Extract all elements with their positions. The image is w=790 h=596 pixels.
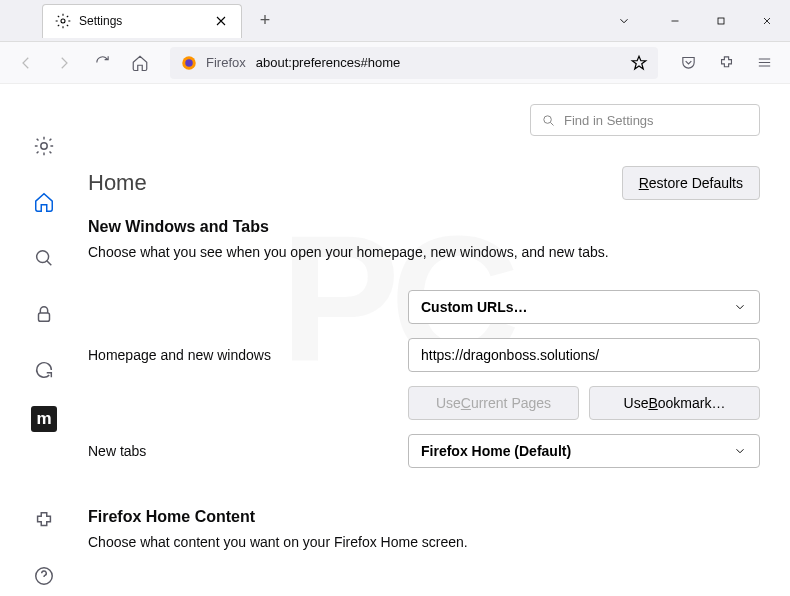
toolbar: Firefox about:preferences#home	[0, 42, 790, 84]
reload-button[interactable]	[86, 47, 118, 79]
back-button[interactable]	[10, 47, 42, 79]
extensions-button[interactable]	[710, 47, 742, 79]
pocket-button[interactable]	[672, 47, 704, 79]
use-current-pages-button[interactable]: Use Current Pages	[408, 386, 579, 420]
url-prefix: Firefox	[206, 55, 246, 70]
browser-tab[interactable]: Settings	[42, 4, 242, 38]
svg-point-0	[61, 19, 65, 23]
content: m Find in Settings Home Restore Defaults…	[0, 84, 790, 596]
home-button[interactable]	[124, 47, 156, 79]
tabs-dropdown-icon[interactable]	[606, 14, 642, 28]
svg-rect-1	[718, 18, 724, 24]
chevron-down-icon	[733, 444, 747, 458]
url-bar[interactable]: Firefox about:preferences#home	[170, 47, 658, 79]
sidebar: m	[0, 84, 88, 596]
titlebar: Settings +	[0, 0, 790, 42]
page-title: Home	[88, 170, 147, 196]
forward-button[interactable]	[48, 47, 80, 79]
sidebar-item-general[interactable]	[24, 126, 64, 166]
sidebar-item-help[interactable]	[24, 556, 64, 596]
tab-label: Settings	[79, 14, 213, 28]
section-title-new-windows: New Windows and Tabs	[88, 218, 760, 236]
homepage-mode-select[interactable]: Custom URLs…	[408, 290, 760, 324]
select-label: Firefox Home (Default)	[421, 443, 733, 459]
svg-point-8	[544, 115, 552, 123]
bookmark-star-icon[interactable]	[630, 54, 648, 72]
homepage-label: Homepage and new windows	[88, 347, 408, 363]
url-text: about:preferences#home	[256, 55, 630, 70]
svg-rect-6	[39, 313, 50, 321]
maximize-button[interactable]	[698, 0, 744, 42]
close-icon[interactable]	[213, 13, 229, 29]
main-pane: Find in Settings Home Restore Defaults N…	[88, 84, 790, 596]
sidebar-item-sync[interactable]	[24, 350, 64, 390]
select-label: Custom URLs…	[421, 299, 733, 315]
sidebar-item-privacy[interactable]	[24, 294, 64, 334]
minimize-button[interactable]	[652, 0, 698, 42]
firefox-logo-icon	[180, 54, 198, 72]
restore-defaults-button[interactable]: Restore Defaults	[622, 166, 760, 200]
close-window-button[interactable]	[744, 0, 790, 42]
newtabs-label: New tabs	[88, 443, 408, 459]
find-in-settings-input[interactable]: Find in Settings	[530, 104, 760, 136]
chevron-down-icon	[733, 300, 747, 314]
svg-point-3	[185, 59, 193, 67]
section-title-home-content: Firefox Home Content	[88, 508, 760, 526]
svg-point-4	[41, 143, 47, 149]
find-placeholder: Find in Settings	[564, 113, 654, 128]
gear-icon	[55, 13, 71, 29]
new-tab-button[interactable]: +	[250, 10, 280, 31]
section-desc-home-content: Choose what content you want on your Fir…	[88, 534, 760, 550]
sidebar-item-more[interactable]: m	[31, 406, 57, 432]
sidebar-item-home[interactable]	[24, 182, 64, 222]
newtabs-mode-select[interactable]: Firefox Home (Default)	[408, 434, 760, 468]
menu-button[interactable]	[748, 47, 780, 79]
sidebar-item-search[interactable]	[24, 238, 64, 278]
sidebar-item-extensions[interactable]	[24, 500, 64, 540]
homepage-url-input[interactable]	[408, 338, 760, 372]
use-bookmark-button[interactable]: Use Bookmark…	[589, 386, 760, 420]
section-desc-new-windows: Choose what you see when you open your h…	[88, 244, 760, 260]
